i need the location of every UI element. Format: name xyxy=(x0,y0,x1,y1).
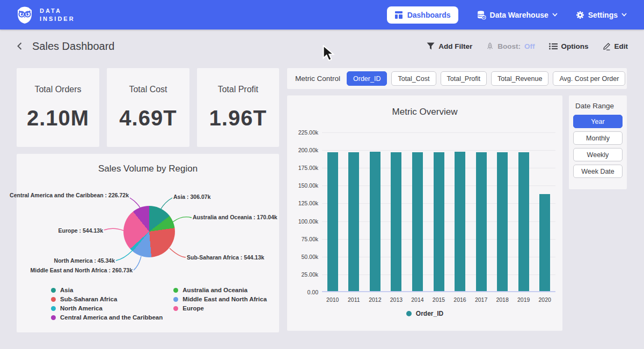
legend-dot xyxy=(173,297,178,302)
pie-label-australia-oceania: Australia and Oceania : 170.04k xyxy=(193,214,277,220)
date-range-panel: Date Range YearMonthlyWeeklyWeek Date xyxy=(569,95,627,189)
chevron-down-icon xyxy=(552,13,558,17)
date-range-option-year[interactable]: Year xyxy=(573,115,623,128)
x-tick-label-2010: 2010 xyxy=(321,296,345,303)
legend-item-europe[interactable]: Europe xyxy=(173,305,267,311)
metric-option-total-cost[interactable]: Total_Cost xyxy=(391,71,436,86)
bar-2011[interactable] xyxy=(348,152,359,291)
kpi-value: 1.96T xyxy=(209,106,267,130)
gear-icon xyxy=(576,11,584,19)
y-tick-label: 175.00k xyxy=(290,165,318,171)
bar-chart-plot-area xyxy=(322,132,555,292)
top-nav: DATA INSIDER Dashboards xyxy=(0,0,644,29)
sales-dashboard-app: DATA INSIDER Dashboards xyxy=(0,0,644,349)
kpi-label: Total Profit xyxy=(218,85,259,94)
kpi-label: Total Orders xyxy=(34,85,81,94)
edit-button[interactable]: Edit xyxy=(603,42,628,50)
y-tick-label: 150.00k xyxy=(290,182,318,189)
date-range-option-week-date[interactable]: Week Date xyxy=(573,165,623,178)
pie-label-europe: Europe : 544.13k xyxy=(58,227,103,234)
options-list-icon xyxy=(549,43,558,50)
legend-dot xyxy=(406,311,412,316)
x-tick-label-2011: 2011 xyxy=(342,296,365,303)
add-filter-button[interactable]: Add Filter xyxy=(427,42,472,50)
bar-2013[interactable] xyxy=(391,152,401,291)
bar-2020[interactable] xyxy=(539,194,550,291)
date-range-buttons: YearMonthlyWeeklyWeek Date xyxy=(573,115,623,178)
x-tick-label-2019: 2019 xyxy=(512,296,536,303)
back-arrow-icon[interactable] xyxy=(15,41,25,51)
dashboards-grid-icon xyxy=(394,11,403,19)
gridline xyxy=(322,150,555,151)
metric-control-strip: Metric Control Order_IDTotal_CostTotal_P… xyxy=(287,68,627,89)
kpi-card-total-orders: Total Orders 2.10M xyxy=(17,68,99,147)
pie-label-middle-east-north-africa: Middle East and North Africa : 260.73k xyxy=(31,267,133,273)
legend-dot xyxy=(173,306,178,311)
boost-toggle[interactable]: Boost: Off xyxy=(486,42,535,50)
database-icon xyxy=(477,10,486,20)
x-tick-label-2016: 2016 xyxy=(448,296,472,303)
gridline xyxy=(322,132,555,133)
legend-dot xyxy=(51,306,56,311)
pie-chart[interactable] xyxy=(123,206,175,257)
options-button[interactable]: Options xyxy=(549,42,589,50)
nav-dashboards-button[interactable]: Dashboards xyxy=(387,6,458,24)
x-tick-label-2013: 2013 xyxy=(384,296,408,303)
bar-2015[interactable] xyxy=(434,152,444,291)
y-tick-label: 50.00k xyxy=(290,254,318,260)
page-header: Sales Dashboard Add Filter Boost: Off xyxy=(0,29,644,63)
edit-pencil-icon xyxy=(603,42,611,50)
bar-2016[interactable] xyxy=(455,152,465,291)
date-range-option-monthly[interactable]: Monthly xyxy=(573,131,623,145)
y-tick-label: 0.00 xyxy=(290,289,318,295)
bar-chart-legend: Order_ID xyxy=(287,310,562,317)
nav-settings[interactable]: Settings xyxy=(576,11,627,19)
brand-logo[interactable]: DATA INSIDER xyxy=(15,5,75,25)
x-tick-label-2020: 2020 xyxy=(533,296,557,303)
metric-option-total-revenue[interactable]: Total_Revenue xyxy=(491,71,548,86)
date-range-option-weekly[interactable]: Weekly xyxy=(573,148,623,161)
y-tick-label: 25.00k xyxy=(290,271,318,278)
pie-chart-panel: Sales Volume by Region Asia : 306.07k Au… xyxy=(17,154,279,332)
pie-label-sub-saharan-africa: Sub-Saharan Africa : 544.13k xyxy=(187,254,264,261)
legend-item-australia-and-oceania[interactable]: Australia and Oceania xyxy=(173,287,267,293)
boost-rocket-icon xyxy=(486,42,494,50)
metric-option-avg-cost-per-order[interactable]: Avg. Cost per Order xyxy=(553,71,625,86)
legend-dot xyxy=(51,297,56,302)
bar-2018[interactable] xyxy=(497,152,508,291)
metric-option-order-id[interactable]: Order_ID xyxy=(347,71,387,86)
y-tick-label: 100.00k xyxy=(290,218,318,225)
bar-2014[interactable] xyxy=(412,152,423,291)
x-tick-label-2015: 2015 xyxy=(427,296,451,303)
date-range-label: Date Range xyxy=(575,102,623,110)
legend-item-sub-saharan-africa[interactable]: Sub-Saharan Africa xyxy=(51,296,163,302)
kpi-value: 2.10M xyxy=(27,106,89,130)
y-tick-label: 125.00k xyxy=(290,200,318,206)
x-tick-label-2017: 2017 xyxy=(470,296,493,303)
kpi-card-total-profit: Total Profit 1.96T xyxy=(197,68,279,147)
nav-data-warehouse[interactable]: Data Warehouse xyxy=(477,10,558,20)
filter-funnel-icon xyxy=(427,42,435,50)
bar-2012[interactable] xyxy=(370,152,380,291)
legend-dot xyxy=(51,315,56,320)
pie-label-north-america: North America : 45.34k xyxy=(54,257,115,264)
legend-item-asia[interactable]: Asia xyxy=(51,287,163,293)
metric-option-total-profit[interactable]: Total_Profit xyxy=(441,71,487,86)
chevron-down-icon xyxy=(621,13,627,17)
legend-item-middle-east-and-north-africa[interactable]: Middle East and North Africa xyxy=(173,296,267,302)
boost-state: Off xyxy=(524,42,535,50)
kpi-card-total-cost: Total Cost 4.69T xyxy=(107,68,189,147)
kpi-value: 4.69T xyxy=(119,106,177,130)
x-tick-label-2018: 2018 xyxy=(491,296,514,303)
kpi-label: Total Cost xyxy=(129,85,167,94)
legend-item-central-america-and-the-caribbean[interactable]: Central America and the Caribbean xyxy=(51,314,163,321)
pie-label-central-america-caribbean: Central America and the Caribbean : 226.… xyxy=(10,192,129,198)
legend-item-north-america[interactable]: North America xyxy=(51,305,163,311)
y-tick-label: 225.00k xyxy=(290,129,318,136)
metric-control-buttons: Order_IDTotal_CostTotal_ProfitTotal_Reve… xyxy=(347,71,625,86)
bar-2010[interactable] xyxy=(327,152,338,291)
bar-2017[interactable] xyxy=(476,152,487,291)
bar-2019[interactable] xyxy=(518,152,529,291)
page-title: Sales Dashboard xyxy=(32,40,114,53)
legend-series-label: Order_ID xyxy=(416,310,443,317)
